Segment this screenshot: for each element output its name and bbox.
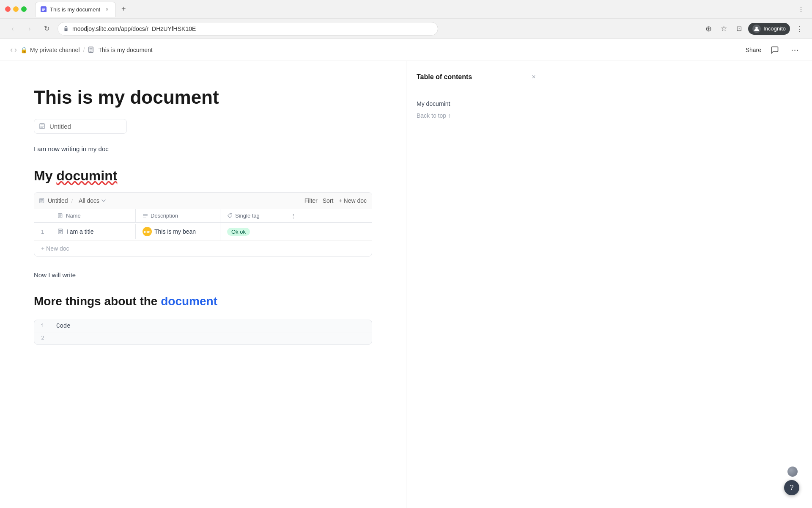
heading-1: My documint bbox=[34, 168, 372, 184]
db-new-doc-header-button[interactable]: + New doc bbox=[338, 197, 367, 204]
toc-close-button[interactable]: × bbox=[528, 71, 540, 83]
col-header-name: Name bbox=[51, 209, 136, 222]
minimize-window-button[interactable] bbox=[13, 6, 19, 12]
back-button[interactable]: ‹ bbox=[7, 23, 19, 35]
address-bar-right: ⊕ ☆ ⊡ Incognito ⋮ bbox=[702, 23, 805, 35]
more-heading-link[interactable]: document bbox=[161, 295, 217, 308]
paragraph-1: I am now writing in my doc bbox=[34, 144, 372, 154]
extensions-icon[interactable]: ⊕ bbox=[702, 23, 714, 35]
row-desc-cell: me This is my bean bbox=[136, 223, 220, 240]
traffic-lights bbox=[5, 6, 27, 12]
comment-button[interactable] bbox=[768, 43, 782, 57]
breadcrumb-doc-icon bbox=[88, 47, 95, 53]
more-options-button[interactable]: ··· bbox=[788, 43, 802, 57]
tab-title: This is my document bbox=[50, 6, 100, 13]
toc-sidebar: Table of contents × My documint Back to … bbox=[406, 61, 550, 508]
toc-title: Table of contents bbox=[417, 73, 472, 81]
col-header-actions[interactable]: ⋮ bbox=[284, 209, 303, 222]
content-area: This is my document Untitled I am now wr… bbox=[0, 61, 812, 508]
scroll-indicator bbox=[787, 467, 798, 477]
toc-header: Table of contents × bbox=[406, 61, 550, 90]
more-heading-pre: More bbox=[34, 295, 62, 308]
code-line-2-content bbox=[56, 335, 60, 342]
toc-item-0-label: My documint bbox=[417, 100, 450, 107]
svg-point-1 bbox=[66, 29, 66, 30]
row-tag: Ok ok bbox=[227, 228, 250, 236]
paragraph-2: Now I will write bbox=[34, 270, 372, 280]
code-line-2-num: 2 bbox=[41, 335, 51, 341]
breadcrumb-right: Share ··· bbox=[746, 43, 802, 57]
toc-item-0[interactable]: My documint bbox=[417, 97, 540, 110]
breadcrumb-nav: ‹ › bbox=[10, 45, 17, 54]
more-heading: More things about the document bbox=[34, 294, 372, 309]
toc-content: My documint Back to top ↑ bbox=[406, 90, 550, 127]
breadcrumb-current-doc: This is my document bbox=[98, 47, 152, 53]
db-view-label: All docs bbox=[79, 197, 99, 204]
screen-share-icon[interactable]: ⊡ bbox=[733, 23, 745, 35]
share-button[interactable]: Share bbox=[746, 47, 761, 53]
db-title: Untitled bbox=[39, 197, 68, 204]
forward-button[interactable]: › bbox=[24, 23, 36, 35]
db-table-header: Untitled / All docs Filter Sort + New do… bbox=[34, 193, 372, 209]
address-bar: ‹ › ↻ moodjoy.slite.com/app/docs/r_DHzUY… bbox=[0, 19, 812, 39]
tab-bar: This is my document × + bbox=[35, 2, 792, 17]
breadcrumb-bar: ‹ › 🔒 My private channel / This is my do… bbox=[0, 39, 812, 61]
toc-back-to-top[interactable]: Back to top ↑ bbox=[417, 110, 540, 121]
row-doc-icon bbox=[58, 229, 64, 235]
more-tabs-button[interactable]: ⋮ bbox=[795, 3, 807, 15]
desc-col-icon bbox=[143, 213, 148, 218]
browser-menu-button[interactable]: ⋮ bbox=[793, 23, 805, 35]
breadcrumb-forward-button[interactable]: › bbox=[14, 45, 17, 54]
row-description: This is my bean bbox=[154, 228, 196, 235]
row-num: 1 bbox=[34, 224, 51, 239]
db-title-label: Untitled bbox=[48, 197, 68, 204]
col-header-tag: Single tag bbox=[220, 209, 284, 222]
incognito-label: Incognito bbox=[763, 25, 786, 32]
db-actions: Filter Sort + New doc bbox=[304, 197, 367, 204]
active-tab[interactable]: This is my document × bbox=[35, 2, 116, 17]
db-new-doc-row[interactable]: + New doc bbox=[34, 241, 372, 256]
table-row[interactable]: 1 I am a title me This is my bean Ok ok bbox=[34, 223, 372, 241]
bookmark-icon[interactable]: ☆ bbox=[718, 23, 730, 35]
code-block: 1 Code 2 bbox=[34, 320, 372, 345]
incognito-badge[interactable]: Incognito bbox=[748, 23, 790, 35]
channel-label: My private channel bbox=[30, 47, 80, 53]
more-options-icon: ··· bbox=[791, 45, 799, 55]
db-filter-button[interactable]: Filter bbox=[304, 197, 318, 204]
code-line-1-content: Code bbox=[56, 323, 71, 329]
help-button[interactable]: ? bbox=[784, 480, 799, 495]
breadcrumb-channel[interactable]: 🔒 My private channel bbox=[20, 47, 80, 53]
document-subtitle-block[interactable]: Untitled bbox=[34, 119, 127, 134]
row-tag-cell: Ok ok bbox=[220, 224, 284, 240]
db-view-selector[interactable]: All docs bbox=[76, 196, 109, 205]
url-text: moodjoy.slite.com/app/docs/r_DHzUYfHSK10… bbox=[72, 25, 196, 32]
db-sort-button[interactable]: Sort bbox=[323, 197, 334, 204]
new-tab-button[interactable]: + bbox=[118, 3, 129, 15]
close-window-button[interactable] bbox=[5, 6, 11, 12]
lock-icon bbox=[63, 26, 69, 32]
title-bar: This is my document × + ⋮ bbox=[0, 0, 812, 19]
breadcrumb-back-button[interactable]: ‹ bbox=[10, 45, 13, 54]
subtitle-icon bbox=[39, 123, 46, 130]
tag-col-icon bbox=[227, 213, 233, 218]
code-line-1: 1 Code bbox=[34, 320, 372, 332]
document-title: This is my document bbox=[34, 86, 372, 109]
heading-1-spellcheck: documint bbox=[56, 168, 117, 183]
incognito-avatar bbox=[752, 25, 761, 33]
document-area: This is my document Untitled I am now wr… bbox=[0, 61, 406, 508]
chevron-down-icon bbox=[101, 198, 106, 203]
more-heading-mid: things about the bbox=[62, 295, 161, 308]
code-line-1-num: 1 bbox=[41, 323, 51, 329]
row-name-cell: I am a title bbox=[51, 224, 136, 239]
channel-lock-icon: 🔒 bbox=[20, 47, 27, 53]
heading-1-normal: My bbox=[34, 168, 56, 183]
db-column-headers: Name Description Single tag bbox=[34, 209, 372, 223]
refresh-button[interactable]: ↻ bbox=[41, 23, 52, 35]
svg-point-7 bbox=[230, 214, 231, 215]
breadcrumb-separator: / bbox=[83, 47, 85, 53]
tab-close-button[interactable]: × bbox=[104, 6, 110, 13]
maximize-window-button[interactable] bbox=[21, 6, 27, 12]
url-bar[interactable]: moodjoy.slite.com/app/docs/r_DHzUYfHSK10… bbox=[58, 22, 438, 36]
code-line-2: 2 bbox=[34, 332, 372, 344]
db-icon bbox=[39, 198, 45, 204]
